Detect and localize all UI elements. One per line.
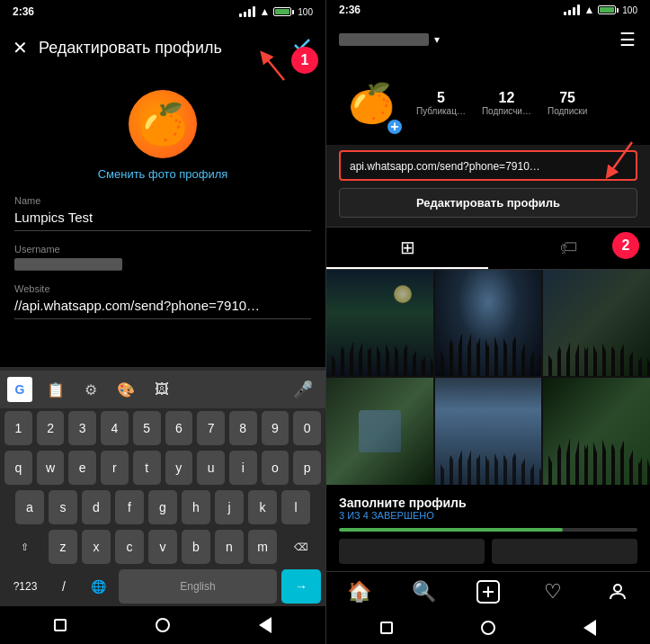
photo-6[interactable] (543, 378, 650, 485)
key-sym[interactable]: ?123 (4, 569, 46, 604)
key-f[interactable]: f (115, 490, 144, 524)
change-photo-link[interactable]: Сменить фото профиля (98, 167, 228, 181)
username-blurred (339, 33, 429, 46)
key-5[interactable]: 5 (133, 411, 161, 445)
close-button[interactable]: ✕ (13, 37, 28, 58)
key-l[interactable]: l (281, 490, 310, 524)
nav-back-button[interactable] (249, 609, 281, 641)
settings-button[interactable]: ⚙ (79, 378, 102, 402)
tag-icon: 🏷 (560, 237, 578, 258)
avatar-left[interactable]: 🍊 (129, 90, 197, 158)
key-p[interactable]: p (293, 451, 321, 485)
nav-back-right[interactable] (574, 612, 606, 644)
theme-button[interactable]: 🎨 (111, 378, 140, 402)
key-z[interactable]: z (49, 530, 77, 564)
key-backspace[interactable]: ⌫ (281, 530, 321, 564)
hamburger-menu-button[interactable]: ☰ (619, 29, 637, 50)
nav-square-button[interactable] (44, 609, 76, 641)
key-i[interactable]: i (229, 451, 257, 485)
right-avatar-wrap: 🍊 + (339, 71, 404, 136)
key-n[interactable]: n (215, 530, 244, 564)
fill-profile-option-1[interactable] (339, 539, 485, 564)
battery-icon (273, 7, 294, 16)
google-g-button[interactable]: G (7, 377, 32, 402)
key-u[interactable]: u (197, 451, 225, 485)
photo-5[interactable] (435, 378, 542, 485)
key-d[interactable]: d (82, 490, 111, 524)
key-2[interactable]: 2 (37, 411, 65, 445)
right-phone: 2:36 ▲ 100 ▾ ☰ (325, 0, 650, 644)
key-x[interactable]: x (82, 530, 111, 564)
key-e[interactable]: e (68, 451, 96, 485)
stat-posts: 5 Публикац… (416, 90, 466, 116)
key-r[interactable]: r (101, 451, 129, 485)
nav-circle-button[interactable] (147, 609, 179, 641)
name-value[interactable]: Lumpics Test (14, 210, 311, 231)
key-slash[interactable]: / (50, 569, 77, 604)
nav-search-button[interactable]: 🔍 (404, 572, 443, 612)
key-enter[interactable]: → (281, 569, 321, 604)
clipboard-button[interactable]: 📋 (41, 378, 70, 402)
photo-1[interactable] (326, 270, 433, 377)
key-3[interactable]: 3 (68, 411, 96, 445)
app-bar-left: ✕ Редактировать профиль 1 (0, 23, 325, 72)
time-right: 2:36 (339, 4, 361, 16)
nav-square-right[interactable] (370, 612, 403, 644)
key-y[interactable]: y (165, 451, 193, 485)
image-button[interactable]: 🖼 (149, 378, 174, 401)
nav-home-button[interactable]: 🏠 (339, 572, 378, 612)
key-g[interactable]: g (148, 490, 177, 524)
posts-label: Публикац… (416, 106, 466, 116)
key-shift[interactable]: ⇧ (4, 530, 44, 564)
key-b[interactable]: b (182, 530, 210, 564)
edit-profile-button[interactable]: Редактировать профиль (339, 188, 637, 218)
key-4[interactable]: 4 (101, 411, 129, 445)
photo-2[interactable] (435, 270, 542, 377)
mic-button[interactable]: 🎤 (288, 376, 318, 403)
key-k[interactable]: k (248, 490, 277, 524)
key-c[interactable]: c (115, 530, 144, 564)
key-9[interactable]: 9 (262, 411, 289, 445)
avatar-plus-button[interactable]: + (386, 118, 404, 136)
website-link[interactable]: api.whatsapp.com/send?phone=7910… (350, 160, 540, 173)
grid-view-tab[interactable]: ⊞ (326, 228, 488, 269)
followers-count: 12 (499, 90, 515, 106)
svg-line-0 (264, 56, 284, 80)
nav-profile-button[interactable] (598, 572, 637, 612)
nav-circle-right[interactable] (472, 612, 504, 644)
key-w[interactable]: w (37, 451, 65, 485)
key-7[interactable]: 7 (197, 411, 225, 445)
key-0[interactable]: 0 (293, 411, 321, 445)
annotation-arrow-2 (596, 138, 641, 186)
website-label: Website (14, 283, 311, 294)
key-m[interactable]: m (248, 530, 277, 564)
photo-3[interactable] (543, 270, 650, 377)
key-j[interactable]: j (215, 490, 244, 524)
key-s[interactable]: s (49, 490, 77, 524)
key-a[interactable]: a (15, 490, 44, 524)
svg-point-5 (614, 585, 621, 592)
key-8[interactable]: 8 (229, 411, 257, 445)
key-h[interactable]: h (182, 490, 210, 524)
chevron-down-icon[interactable]: ▾ (434, 33, 440, 46)
wifi-icon: ▲ (259, 5, 270, 18)
nav-add-button[interactable] (468, 572, 508, 612)
website-value[interactable]: //api.whatsapp.com/send?phone=7910… (14, 298, 311, 319)
key-v[interactable]: v (148, 530, 177, 564)
form-section: Name Lumpics Test Username Website //api… (0, 195, 325, 367)
photo-4[interactable] (326, 378, 433, 485)
key-space[interactable]: English (119, 569, 277, 604)
key-t[interactable]: t (133, 451, 161, 485)
username-value-blurred[interactable] (14, 258, 122, 271)
following-label: Подписки (548, 106, 587, 116)
grid-icon: ⊞ (400, 237, 415, 258)
fill-profile-option-2[interactable] (492, 539, 637, 564)
nav-likes-button[interactable]: ♡ (533, 572, 573, 612)
name-field-group: Name Lumpics Test (14, 195, 311, 231)
key-1[interactable]: 1 (4, 411, 32, 445)
keyboard-toolbar: G 📋 ⚙ 🎨 🖼 🎤 (0, 371, 325, 408)
key-q[interactable]: q (4, 451, 32, 485)
key-6[interactable]: 6 (165, 411, 193, 445)
key-o[interactable]: o (262, 451, 289, 485)
key-globe[interactable]: 🌐 (82, 569, 114, 604)
